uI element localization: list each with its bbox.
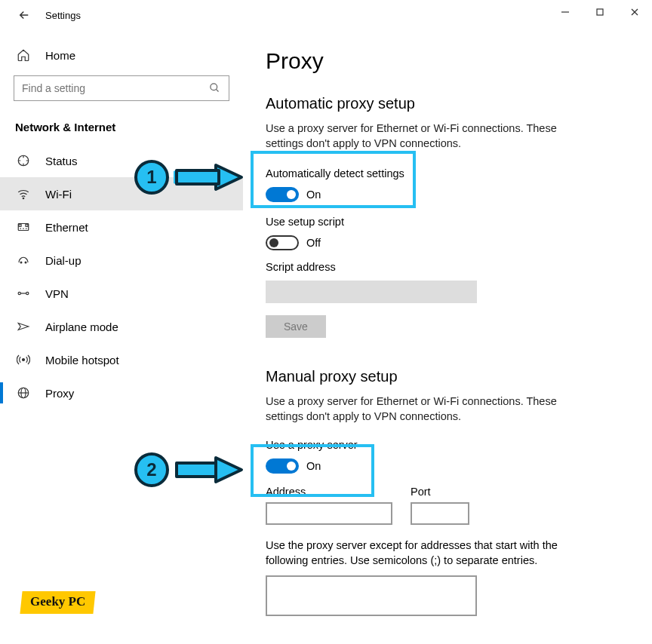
status-icon: [15, 154, 32, 167]
sidebar-item-status[interactable]: Status: [0, 144, 243, 177]
svg-point-15: [23, 359, 25, 361]
wifi-icon: [15, 187, 32, 201]
svg-point-12: [25, 262, 26, 263]
search-icon: [209, 82, 221, 94]
sidebar-item-label: Airplane mode: [45, 320, 118, 333]
sidebar-item-dialup[interactable]: Dial-up: [0, 244, 243, 277]
use-proxy-label: Use a proxy server: [266, 439, 629, 451]
setup-script-toggle[interactable]: [266, 235, 299, 250]
sidebar-item-hotspot[interactable]: Mobile hotspot: [0, 343, 243, 376]
page-title: Proxy: [266, 48, 629, 74]
exceptions-input[interactable]: [266, 575, 477, 616]
sidebar-item-label: Status: [45, 155, 78, 167]
address-label: Address: [266, 486, 392, 498]
sidebar-item-airplane[interactable]: Airplane mode: [0, 310, 243, 343]
svg-point-4: [211, 84, 217, 90]
sidebar-item-ethernet[interactable]: Ethernet: [0, 210, 243, 244]
search-box[interactable]: [14, 75, 229, 101]
address-input[interactable]: [266, 502, 392, 525]
sidebar-section-title: Network & Internet: [0, 115, 243, 144]
back-button[interactable]: [15, 6, 33, 24]
maximize-button[interactable]: [583, 0, 617, 24]
auto-detect-toggle[interactable]: [266, 187, 299, 202]
svg-rect-1: [597, 9, 603, 15]
auto-proxy-desc: Use a proxy server for Ethernet or Wi-Fi…: [266, 121, 590, 151]
setup-script-state: Off: [306, 237, 321, 249]
auto-detect-state: On: [306, 189, 321, 201]
main-content: Proxy Automatic proxy setup Use a proxy …: [243, 30, 652, 644]
dialup-icon: [15, 253, 32, 267]
svg-rect-9: [19, 224, 21, 226]
svg-point-14: [26, 292, 29, 294]
sidebar-home-label: Home: [45, 49, 75, 62]
close-button[interactable]: [617, 0, 652, 24]
svg-rect-10: [26, 224, 28, 226]
svg-point-13: [18, 292, 20, 294]
manual-proxy-heading: Manual proxy setup: [266, 368, 629, 385]
auto-proxy-heading: Automatic proxy setup: [266, 95, 629, 112]
script-address-label: Script address: [266, 261, 629, 273]
sidebar-item-wifi[interactable]: Wi-Fi: [0, 177, 243, 210]
watermark: Geeky PC: [21, 591, 94, 614]
setup-script-label: Use setup script: [266, 216, 629, 228]
sidebar-item-label: Proxy: [45, 387, 74, 400]
svg-rect-8: [18, 224, 29, 231]
exceptions-label: Use the proxy server except for addresse…: [266, 538, 598, 568]
sidebar-item-label: Ethernet: [45, 221, 88, 234]
window-title: Settings: [45, 10, 81, 21]
sidebar-item-label: Wi-Fi: [45, 188, 72, 201]
svg-point-11: [20, 262, 22, 263]
vpn-icon: [15, 287, 32, 300]
svg-line-5: [216, 89, 218, 91]
auto-detect-label: Automatically detect settings: [266, 167, 629, 179]
hotspot-icon: [15, 353, 32, 366]
sidebar-item-label: Mobile hotspot: [45, 354, 119, 366]
sidebar-item-proxy[interactable]: Proxy: [0, 376, 243, 409]
sidebar-item-vpn[interactable]: VPN: [0, 277, 243, 310]
use-proxy-toggle[interactable]: [266, 458, 299, 474]
proxy-icon: [15, 386, 32, 400]
home-icon: [15, 48, 32, 62]
port-input[interactable]: [411, 502, 469, 525]
svg-point-7: [23, 198, 24, 199]
ethernet-icon: [15, 220, 32, 234]
sidebar: Home Network & Internet Status Wi-Fi Eth…: [0, 30, 243, 644]
manual-proxy-desc: Use a proxy server for Ethernet or Wi-Fi…: [266, 394, 590, 424]
script-address-input[interactable]: [266, 281, 477, 303]
window-controls: [548, 0, 652, 24]
port-label: Port: [411, 486, 469, 498]
titlebar: Settings: [0, 0, 652, 30]
minimize-button[interactable]: [548, 0, 583, 24]
use-proxy-state: On: [306, 460, 321, 472]
search-input[interactable]: [22, 82, 209, 94]
airplane-icon: [15, 320, 32, 333]
sidebar-item-label: Dial-up: [45, 254, 82, 267]
save-button[interactable]: Save: [266, 315, 326, 338]
sidebar-item-label: VPN: [45, 287, 69, 300]
sidebar-home[interactable]: Home: [0, 39, 243, 71]
